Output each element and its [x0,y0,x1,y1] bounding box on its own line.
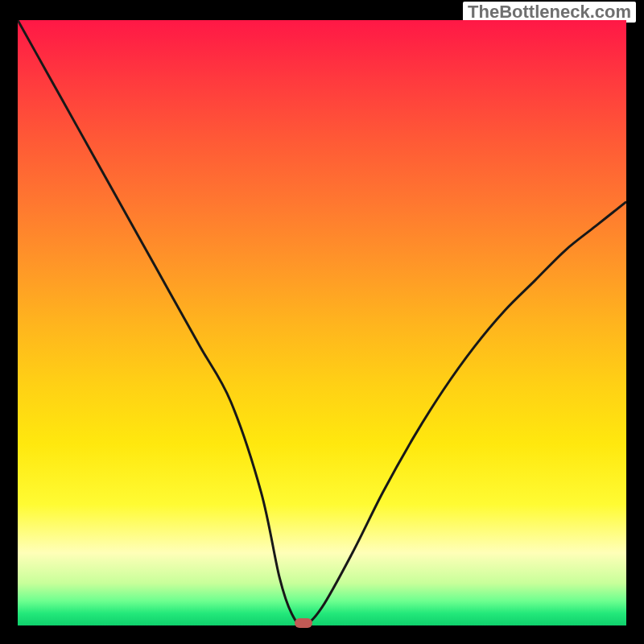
plot-area [18,20,626,625]
optimum-marker [295,618,312,628]
bottleneck-curve [18,20,626,625]
curve-layer [18,20,626,625]
chart-stage: TheBottleneck.com [0,0,644,644]
